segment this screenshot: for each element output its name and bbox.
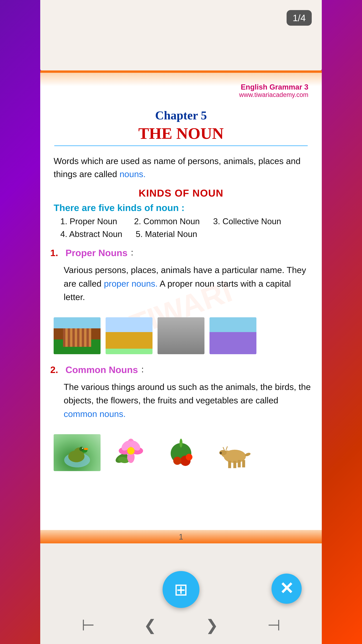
image-goat <box>210 434 256 471</box>
svg-point-31 <box>220 452 222 454</box>
section-proper-nouns: 1. Proper Nouns : Various persons, place… <box>40 247 322 304</box>
common-nouns-header-row: 2. Common Nouns : <box>50 364 312 375</box>
prev-page-button[interactable]: ❮ <box>144 616 156 634</box>
kinds-heading: KINDS OF NOUN <box>40 187 322 199</box>
noun-item-1: 1. Proper Noun <box>60 216 121 226</box>
chapter-heading: Chapter 5 <box>40 108 322 122</box>
svg-point-16 <box>127 447 135 454</box>
svg-point-21 <box>186 454 193 460</box>
intro-text: Words which are used as name of persons,… <box>40 154 322 180</box>
document-page: TIWARI English Grammar 3 www.tiwariacade… <box>40 70 322 544</box>
nouns-link[interactable]: nouns. <box>119 169 146 179</box>
navigation-bar: ⊢ ❮ ❯ ⊣ <box>40 616 322 634</box>
section2-number: 2. <box>50 364 58 375</box>
section2-text: The various things around us such as the… <box>50 380 312 421</box>
page-footer-bar: 1 <box>40 530 322 544</box>
svg-line-30 <box>226 446 227 450</box>
present-button[interactable]: ⊞ <box>163 571 199 608</box>
intro-text-before: Words which are used as name of persons,… <box>54 156 301 179</box>
svg-point-5 <box>84 448 88 450</box>
svg-point-6 <box>82 448 83 449</box>
chapter-title: THE NOUN <box>40 124 322 143</box>
noun-item-4: 4. Abstract Noun <box>60 229 122 239</box>
noun-list-row-1: 1. Proper Noun 2. Common Noun 3. Collect… <box>60 216 308 226</box>
section2-colon: : <box>141 364 144 374</box>
section-common-nouns: 2. Common Nouns : The various things aro… <box>40 364 322 421</box>
svg-point-4 <box>79 446 84 451</box>
svg-point-20 <box>173 457 181 465</box>
section1-name: Proper Nouns <box>65 247 128 258</box>
last-page-button[interactable]: ⊣ <box>267 616 280 634</box>
svg-point-18 <box>179 438 183 448</box>
book-website: www.tiwariacademy.com <box>40 91 308 98</box>
close-icon: ✕ <box>280 580 294 597</box>
section1-colon: : <box>131 247 133 258</box>
noun-list-row-2: 4. Abstract Noun 5. Material Noun <box>60 229 308 239</box>
proper-nouns-link[interactable]: proper nouns. <box>104 279 158 288</box>
noun-item-5: 5. Material Noun <box>136 229 197 239</box>
common-nouns-link[interactable]: common nouns. <box>64 409 126 419</box>
close-button[interactable]: ✕ <box>272 574 302 604</box>
proper-nouns-images <box>40 312 322 359</box>
book-title: English Grammar 3 <box>40 83 308 91</box>
section2-name: Common Nouns <box>65 364 138 375</box>
proper-nouns-header-row: 1. Proper Nouns : <box>50 247 312 258</box>
divider <box>54 146 308 146</box>
common-nouns-images <box>40 429 322 476</box>
first-page-button[interactable]: ⊢ <box>82 616 95 634</box>
bottom-area: ✕ ⊞ ⊢ ❮ ❯ ⊣ <box>40 544 322 644</box>
image-red-fort <box>54 317 100 354</box>
svg-rect-24 <box>233 461 236 468</box>
svg-rect-23 <box>228 461 231 468</box>
image-indira <box>210 317 256 354</box>
present-icon: ⊞ <box>174 580 188 600</box>
image-flower <box>106 434 152 471</box>
noun-item-3: 3. Collective Noun <box>213 216 281 226</box>
svg-rect-26 <box>242 460 245 468</box>
image-fruits <box>158 434 204 471</box>
next-page-button[interactable]: ❯ <box>206 616 218 634</box>
noun-item-2: 2. Common Noun <box>134 216 200 226</box>
top-banner: 1/4 <box>40 0 322 70</box>
page-number: 1 <box>179 532 183 541</box>
image-gandhi <box>158 317 204 354</box>
svg-line-29 <box>223 447 225 450</box>
section2-text-before: The various things around us such as the… <box>64 382 311 405</box>
section1-text: Various persons, places, animals have a … <box>50 263 312 304</box>
image-duck <box>54 434 100 471</box>
image-india-gate <box>106 317 152 354</box>
svg-rect-25 <box>238 460 241 468</box>
section1-number: 1. <box>50 247 58 258</box>
five-kinds-line: There are five kinds of noun : <box>40 202 322 213</box>
page-indicator: 1/4 <box>287 10 312 26</box>
noun-list: 1. Proper Noun 2. Common Noun 3. Collect… <box>40 216 322 239</box>
book-header: English Grammar 3 www.tiwariacademy.com <box>40 83 322 98</box>
